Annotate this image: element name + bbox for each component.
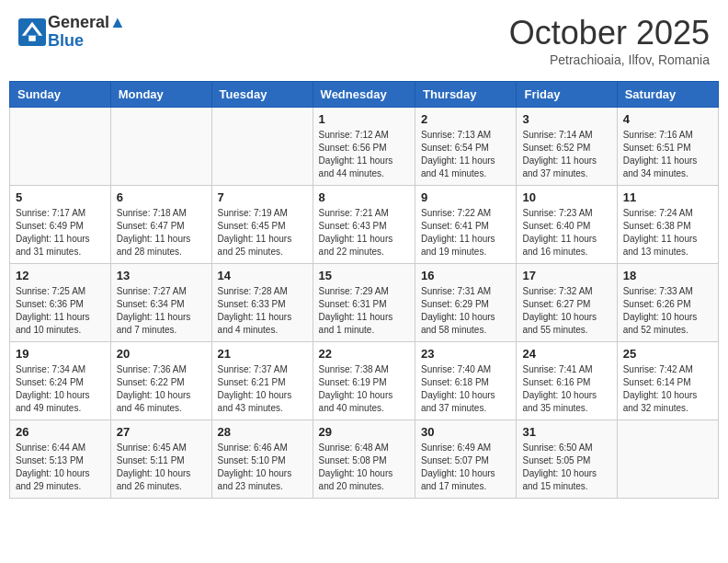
cell-info: Sunrise: 7:13 AM Sunset: 6:54 PM Dayligh… xyxy=(421,129,510,180)
cell-date: 26 xyxy=(16,425,105,439)
calendar-header-row: Sunday Monday Tuesday Wednesday Thursday… xyxy=(10,82,719,108)
table-cell: 21Sunrise: 7:37 AM Sunset: 6:21 PM Dayli… xyxy=(211,342,313,420)
cell-date: 28 xyxy=(218,425,307,439)
cell-date: 24 xyxy=(522,347,610,361)
logo-icon xyxy=(18,18,46,46)
cell-date: 27 xyxy=(117,425,206,439)
table-cell: 5Sunrise: 7:17 AM Sunset: 6:49 PM Daylig… xyxy=(10,186,111,264)
cell-date: 4 xyxy=(623,112,712,126)
cell-info: Sunrise: 6:45 AM Sunset: 5:11 PM Dayligh… xyxy=(117,442,206,493)
svg-rect-3 xyxy=(28,36,36,41)
header-saturday: Saturday xyxy=(617,82,718,108)
header-thursday: Thursday xyxy=(415,82,517,108)
cell-date: 13 xyxy=(117,269,206,282)
page-header: General▲ Blue October 2025 Petrachioaia,… xyxy=(9,9,719,72)
month-title: October 2025 xyxy=(509,14,710,52)
cell-date: 12 xyxy=(16,269,105,282)
cell-info: Sunrise: 7:22 AM Sunset: 6:41 PM Dayligh… xyxy=(421,207,510,259)
table-cell: 30Sunrise: 6:49 AM Sunset: 5:07 PM Dayli… xyxy=(415,420,517,499)
table-cell: 25Sunrise: 7:42 AM Sunset: 6:14 PM Dayli… xyxy=(617,342,718,420)
table-cell: 7Sunrise: 7:19 AM Sunset: 6:45 PM Daylig… xyxy=(211,186,313,264)
cell-info: Sunrise: 7:24 AM Sunset: 6:38 PM Dayligh… xyxy=(623,207,712,259)
cell-date: 5 xyxy=(16,190,105,204)
cell-date: 14 xyxy=(218,269,307,282)
table-cell xyxy=(10,108,111,186)
cell-info: Sunrise: 6:44 AM Sunset: 5:13 PM Dayligh… xyxy=(16,442,105,493)
table-cell: 12Sunrise: 7:25 AM Sunset: 6:36 PM Dayli… xyxy=(10,264,111,342)
cell-info: Sunrise: 7:38 AM Sunset: 6:19 PM Dayligh… xyxy=(319,363,409,415)
table-cell: 3Sunrise: 7:14 AM Sunset: 6:52 PM Daylig… xyxy=(517,108,617,186)
logo-text-block: General▲ Blue xyxy=(48,14,126,51)
header-friday: Friday xyxy=(517,82,617,108)
cell-info: Sunrise: 7:32 AM Sunset: 6:27 PM Dayligh… xyxy=(522,285,610,337)
cell-info: Sunrise: 7:27 AM Sunset: 6:34 PM Dayligh… xyxy=(117,285,206,337)
cell-info: Sunrise: 7:41 AM Sunset: 6:16 PM Dayligh… xyxy=(522,363,610,415)
table-cell: 27Sunrise: 6:45 AM Sunset: 5:11 PM Dayli… xyxy=(110,420,211,499)
cell-date: 16 xyxy=(421,269,510,282)
table-cell: 14Sunrise: 7:28 AM Sunset: 6:33 PM Dayli… xyxy=(211,264,313,342)
cell-info: Sunrise: 7:18 AM Sunset: 6:47 PM Dayligh… xyxy=(117,207,206,259)
cell-info: Sunrise: 7:33 AM Sunset: 6:26 PM Dayligh… xyxy=(623,285,712,337)
cell-info: Sunrise: 6:49 AM Sunset: 5:07 PM Dayligh… xyxy=(421,442,510,493)
cell-info: Sunrise: 7:17 AM Sunset: 6:49 PM Dayligh… xyxy=(16,207,105,259)
cell-info: Sunrise: 7:28 AM Sunset: 6:33 PM Dayligh… xyxy=(218,285,307,337)
cell-info: Sunrise: 7:19 AM Sunset: 6:45 PM Dayligh… xyxy=(218,207,307,259)
table-cell: 23Sunrise: 7:40 AM Sunset: 6:18 PM Dayli… xyxy=(415,342,517,420)
table-cell xyxy=(211,108,313,186)
cell-date: 8 xyxy=(319,190,409,204)
calendar-week-2: 5Sunrise: 7:17 AM Sunset: 6:49 PM Daylig… xyxy=(10,186,719,264)
table-cell: 16Sunrise: 7:31 AM Sunset: 6:29 PM Dayli… xyxy=(415,264,517,342)
logo: General▲ Blue xyxy=(18,14,126,51)
cell-info: Sunrise: 7:29 AM Sunset: 6:31 PM Dayligh… xyxy=(319,285,409,337)
cell-info: Sunrise: 7:31 AM Sunset: 6:29 PM Dayligh… xyxy=(421,285,510,337)
cell-date: 29 xyxy=(319,425,409,439)
table-cell: 15Sunrise: 7:29 AM Sunset: 6:31 PM Dayli… xyxy=(313,264,415,342)
header-tuesday: Tuesday xyxy=(211,82,313,108)
cell-info: Sunrise: 6:46 AM Sunset: 5:10 PM Dayligh… xyxy=(218,442,307,493)
table-cell: 19Sunrise: 7:34 AM Sunset: 6:24 PM Dayli… xyxy=(10,342,111,420)
header-wednesday: Wednesday xyxy=(313,82,415,108)
cell-date: 20 xyxy=(117,347,206,361)
cell-info: Sunrise: 7:34 AM Sunset: 6:24 PM Dayligh… xyxy=(16,363,105,415)
table-cell: 18Sunrise: 7:33 AM Sunset: 6:26 PM Dayli… xyxy=(617,264,718,342)
table-cell: 31Sunrise: 6:50 AM Sunset: 5:05 PM Dayli… xyxy=(517,420,617,499)
table-cell: 29Sunrise: 6:48 AM Sunset: 5:08 PM Dayli… xyxy=(313,420,415,499)
cell-info: Sunrise: 6:48 AM Sunset: 5:08 PM Dayligh… xyxy=(319,442,409,493)
table-cell: 6Sunrise: 7:18 AM Sunset: 6:47 PM Daylig… xyxy=(110,186,211,264)
cell-info: Sunrise: 7:37 AM Sunset: 6:21 PM Dayligh… xyxy=(218,363,307,415)
table-cell: 17Sunrise: 7:32 AM Sunset: 6:27 PM Dayli… xyxy=(517,264,617,342)
table-cell xyxy=(110,108,211,186)
cell-date: 31 xyxy=(522,425,610,439)
cell-info: Sunrise: 7:23 AM Sunset: 6:40 PM Dayligh… xyxy=(522,207,610,259)
cell-date: 25 xyxy=(623,347,712,361)
cell-date: 3 xyxy=(522,112,610,126)
table-cell: 22Sunrise: 7:38 AM Sunset: 6:19 PM Dayli… xyxy=(313,342,415,420)
cell-date: 7 xyxy=(218,190,307,204)
table-cell: 24Sunrise: 7:41 AM Sunset: 6:16 PM Dayli… xyxy=(517,342,617,420)
cell-info: Sunrise: 7:40 AM Sunset: 6:18 PM Dayligh… xyxy=(421,363,510,415)
cell-info: Sunrise: 7:42 AM Sunset: 6:14 PM Dayligh… xyxy=(623,363,712,415)
table-cell: 4Sunrise: 7:16 AM Sunset: 6:51 PM Daylig… xyxy=(617,108,718,186)
cell-info: Sunrise: 6:50 AM Sunset: 5:05 PM Dayligh… xyxy=(522,442,610,493)
table-cell: 10Sunrise: 7:23 AM Sunset: 6:40 PM Dayli… xyxy=(517,186,617,264)
cell-info: Sunrise: 7:14 AM Sunset: 6:52 PM Dayligh… xyxy=(522,129,610,180)
logo-line2: Blue xyxy=(48,32,126,51)
cell-date: 21 xyxy=(218,347,307,361)
table-cell: 13Sunrise: 7:27 AM Sunset: 6:34 PM Dayli… xyxy=(110,264,211,342)
calendar-week-4: 19Sunrise: 7:34 AM Sunset: 6:24 PM Dayli… xyxy=(10,342,719,420)
cell-date: 23 xyxy=(421,347,510,361)
cell-info: Sunrise: 7:16 AM Sunset: 6:51 PM Dayligh… xyxy=(623,129,712,180)
table-cell: 9Sunrise: 7:22 AM Sunset: 6:41 PM Daylig… xyxy=(415,186,517,264)
cell-date: 18 xyxy=(623,269,712,282)
location-title: Petrachioaia, Ilfov, Romania xyxy=(509,52,710,67)
title-section: October 2025 Petrachioaia, Ilfov, Romani… xyxy=(509,14,710,67)
table-cell: 1Sunrise: 7:12 AM Sunset: 6:56 PM Daylig… xyxy=(313,108,415,186)
table-cell: 8Sunrise: 7:21 AM Sunset: 6:43 PM Daylig… xyxy=(313,186,415,264)
calendar-week-1: 1Sunrise: 7:12 AM Sunset: 6:56 PM Daylig… xyxy=(10,108,719,186)
cell-info: Sunrise: 7:12 AM Sunset: 6:56 PM Dayligh… xyxy=(319,129,409,180)
cell-date: 30 xyxy=(421,425,510,439)
logo-line1: General▲ xyxy=(48,14,126,32)
cell-date: 1 xyxy=(319,112,409,126)
cell-date: 17 xyxy=(522,269,610,282)
cell-date: 9 xyxy=(421,190,510,204)
